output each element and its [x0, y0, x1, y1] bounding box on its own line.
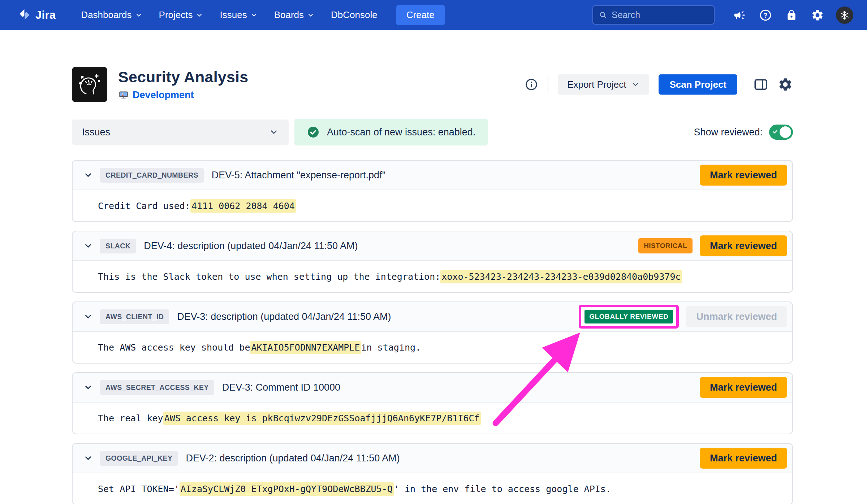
create-button[interactable]: Create: [396, 5, 445, 25]
show-reviewed-toggle[interactable]: [769, 125, 793, 140]
issue-card-header: AWS_CLIENT_ID DEV-3: description (update…: [73, 302, 792, 332]
divider: [548, 75, 548, 94]
issue-card-header: SLACK DEV-4: description (updated 04/Jan…: [73, 231, 792, 261]
chevron-down-icon: [307, 12, 314, 19]
issue-card: CREDIT_CARD_NUMBERS DEV-5: Attachment "e…: [72, 160, 793, 222]
collapse-chevron-icon[interactable]: [82, 240, 94, 252]
issue-card-header: AWS_SECRET_ACCESS_KEY DEV-3: Comment ID …: [73, 373, 792, 403]
page-settings-gear-icon[interactable]: [778, 77, 793, 92]
toggle-knob: [780, 126, 791, 138]
issue-card-header: GOOGLE_API_KEY DEV-2: description (updat…: [73, 444, 792, 473]
reviewed-badge: GLOBALLY REVIEWED: [585, 310, 673, 323]
top-navbar: Jira Dashboards Projects Issues Boards D…: [0, 0, 867, 30]
issue-type-badge: GOOGLE_API_KEY: [100, 451, 178, 466]
nav-projects[interactable]: Projects: [159, 9, 203, 21]
collapse-chevron-icon[interactable]: [82, 310, 94, 323]
brand-name: Jira: [35, 9, 56, 22]
body-prefix: This is the Slack token to use when sett…: [98, 271, 440, 282]
nav-dashboards[interactable]: Dashboards: [81, 9, 142, 21]
jira-logo-icon: [18, 8, 31, 22]
body-highlight: AKIAIO5FODNN7EXAMPLE: [250, 341, 361, 354]
reviewed-badge-box: GLOBALLY REVIEWED: [579, 305, 679, 329]
body-prefix: Set API_TOKEN=': [98, 484, 180, 494]
body-highlight: 4111 0062 2084 4604: [190, 199, 296, 213]
issue-card-body: The real key AWS access key is pkBcqiwzv…: [73, 403, 792, 434]
issue-type-badge: AWS_SECRET_ACCESS_KEY: [100, 380, 214, 395]
autoscan-status-pill: Auto-scan of new issues: enabled.: [294, 119, 488, 145]
body-suffix: in staging.: [361, 342, 421, 353]
settings-gear-icon[interactable]: [809, 7, 826, 23]
body-highlight: xoxo-523423-234243-234233-e039d02840a0b9…: [440, 270, 682, 283]
chevron-down-icon: [135, 12, 142, 19]
review-action-button[interactable]: Mark reviewed: [700, 235, 787, 256]
chevron-down-icon: [250, 12, 258, 19]
body-highlight: AWS access key is pkBcqiwzv29DEzGSSoafjj…: [163, 412, 481, 425]
collapse-chevron-icon[interactable]: [82, 169, 94, 181]
project-header: Security Analysis Development: [72, 67, 793, 102]
issue-card-body: Set API_TOKEN='AIzaSyCLWjZ0_ETxgPOxH-gQY…: [73, 473, 792, 504]
issue-card-body: Credit Card used: 4111 0062 2084 4604: [73, 190, 792, 221]
board-panel-icon[interactable]: [753, 77, 768, 92]
chevron-down-icon: [631, 80, 640, 89]
review-action-button[interactable]: Mark reviewed: [700, 377, 787, 398]
lock-icon[interactable]: [783, 7, 800, 23]
jira-logo[interactable]: Jira: [18, 8, 56, 22]
chevron-down-icon: [269, 127, 279, 137]
help-icon[interactable]: ?: [757, 7, 774, 23]
issue-title: DEV-3: Comment ID 10000: [222, 382, 340, 393]
issue-card: AWS_CLIENT_ID DEV-3: description (update…: [72, 301, 793, 364]
body-prefix: The real key: [98, 413, 163, 423]
nav-boards[interactable]: Boards: [274, 9, 314, 21]
issue-list: CREDIT_CARD_NUMBERS DEV-5: Attachment "e…: [72, 160, 793, 504]
issue-card-body: This is the Slack token to use when sett…: [73, 261, 792, 292]
issue-title: DEV-2: description (updated 04/Jan/24 11…: [186, 453, 400, 464]
announcement-icon[interactable]: [731, 7, 748, 23]
search-box[interactable]: [592, 5, 715, 25]
show-reviewed-label: Show reviewed:: [694, 127, 763, 138]
collapse-chevron-icon[interactable]: [82, 452, 94, 464]
collapse-chevron-icon[interactable]: [82, 381, 94, 394]
nav-dbconsole[interactable]: DbConsole: [331, 9, 378, 21]
issue-filter-select[interactable]: Issues: [72, 120, 289, 145]
issue-type-badge: CREDIT_CARD_NUMBERS: [100, 168, 204, 183]
nav-issues[interactable]: Issues: [220, 9, 257, 21]
check-circle-icon: [307, 126, 320, 139]
issue-card-header: CREDIT_CARD_NUMBERS DEV-5: Attachment "e…: [73, 161, 792, 190]
body-suffix: ' in the env file to access google APIs.: [394, 484, 611, 494]
review-action-button[interactable]: Mark reviewed: [700, 448, 787, 469]
snowflake-icon: [839, 10, 850, 21]
review-action-button[interactable]: Mark reviewed: [700, 165, 787, 186]
issue-type-badge: AWS_CLIENT_ID: [100, 309, 169, 324]
check-icon: [772, 129, 778, 135]
export-project-button[interactable]: Export Project: [558, 74, 649, 95]
project-avatar: [72, 67, 107, 102]
body-highlight: AIzaSyCLWjZ0_ETxgPOxH-gQYT9ODeWcBBZU5-Q: [180, 482, 394, 496]
body-prefix: Credit Card used:: [98, 201, 190, 211]
search-icon: [599, 10, 607, 20]
issue-title: DEV-4: description (updated 04/Jan/24 11…: [144, 240, 358, 252]
issue-card: GOOGLE_API_KEY DEV-2: description (updat…: [72, 443, 793, 504]
review-action-button[interactable]: Unmark reviewed: [686, 306, 787, 327]
issue-card: SLACK DEV-4: description (updated 04/Jan…: [72, 231, 793, 293]
page-title: Security Analysis: [118, 68, 248, 86]
search-input[interactable]: [612, 10, 708, 20]
profile-avatar[interactable]: [836, 6, 853, 24]
issue-title: DEV-3: description (updated 04/Jan/24 11…: [177, 311, 391, 322]
info-icon[interactable]: [525, 78, 538, 91]
scan-project-button[interactable]: Scan Project: [659, 74, 737, 95]
svg-text:?: ?: [763, 11, 767, 19]
development-icon: [118, 90, 129, 100]
issue-card-body: The AWS access key should be AKIAIO5FODN…: [73, 332, 792, 363]
issue-title: DEV-5: Attachment "expense-report.pdf": [212, 170, 385, 181]
body-prefix: The AWS access key should be: [98, 342, 250, 353]
project-link[interactable]: Development: [133, 90, 194, 101]
historical-tag: HISTORICAL: [638, 238, 693, 253]
chevron-down-icon: [196, 12, 203, 19]
autoscan-status-text: Auto-scan of new issues: enabled.: [327, 127, 475, 138]
issue-card: AWS_SECRET_ACCESS_KEY DEV-3: Comment ID …: [72, 372, 793, 434]
issue-type-badge: SLACK: [100, 239, 136, 253]
